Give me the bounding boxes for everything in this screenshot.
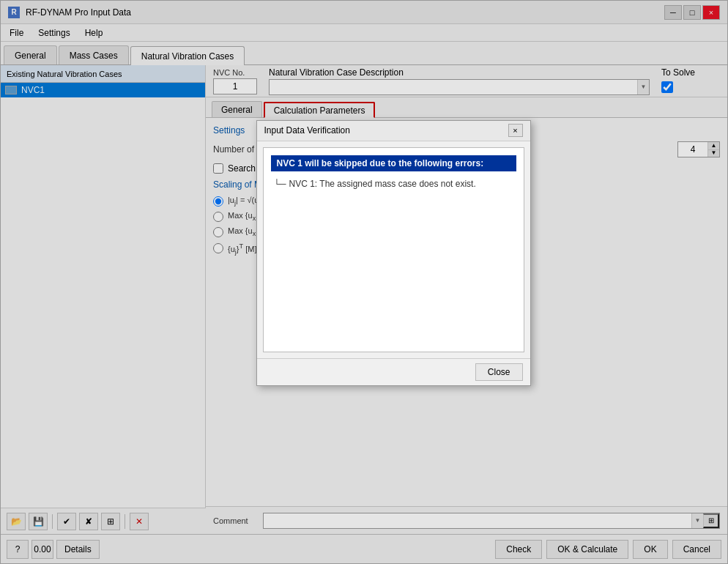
modal-footer: Close xyxy=(257,358,530,385)
modal-error-text: NVC 1: The assigned mass case does not e… xyxy=(289,179,476,189)
modal-title-bar: Input Data Verification × xyxy=(257,121,530,141)
modal-error-item: └─ NVC 1: The assigned mass case does no… xyxy=(271,177,516,190)
main-window: R RF-DYNAM Pro Input Data ─ □ × File Set… xyxy=(0,0,728,564)
modal-title: Input Data Verification xyxy=(264,125,350,136)
modal-content: NVC 1 will be skipped due to the followi… xyxy=(263,147,524,352)
input-data-verification-dialog: Input Data Verification × NVC 1 will be … xyxy=(256,120,531,386)
modal-close-main-button[interactable]: Close xyxy=(475,363,523,381)
modal-error-header: NVC 1 will be skipped due to the followi… xyxy=(271,155,516,171)
modal-error-tree-icon: └─ xyxy=(274,179,286,189)
modal-overlay: Input Data Verification × NVC 1 will be … xyxy=(1,1,727,563)
modal-close-button[interactable]: × xyxy=(508,124,523,137)
